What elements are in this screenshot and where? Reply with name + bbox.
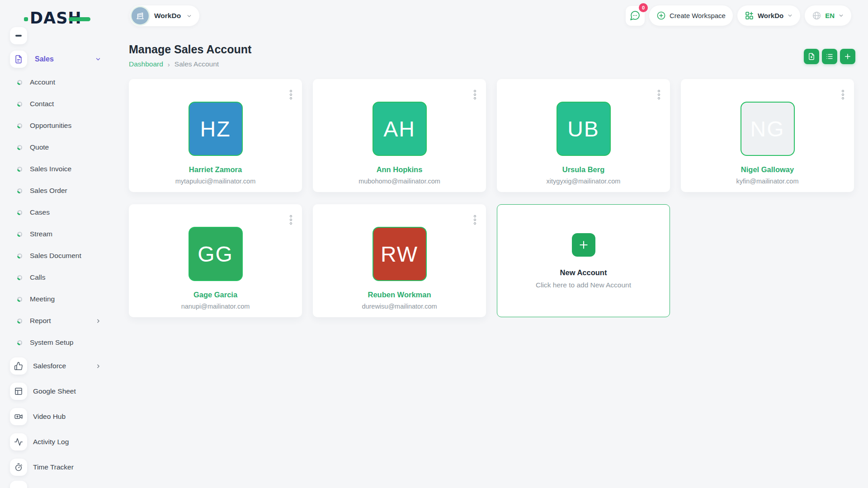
plus-icon xyxy=(844,52,852,61)
sidebar-item-activity-log[interactable]: Activity Log xyxy=(0,429,113,455)
sidebar-item-time-tracker[interactable]: Time Tracker xyxy=(0,455,113,480)
sidebar-item-salesforce[interactable]: Salesforce xyxy=(0,353,113,379)
sidebar-item-system-setup[interactable]: System Setup xyxy=(0,332,113,353)
kebab-dot-icon xyxy=(290,94,292,96)
sidebar-item-sales-invoice[interactable]: Sales Invoice xyxy=(0,158,113,180)
sidebar-item-sales-order[interactable]: Sales Order xyxy=(0,180,113,202)
bullet-icon xyxy=(17,102,22,107)
account-card-ursula-berg[interactable]: UB Ursula Berg xitygyxig@mailinator.com xyxy=(497,79,670,192)
export-accounts-button[interactable] xyxy=(804,49,819,64)
sidebar-item-report[interactable]: Report xyxy=(0,310,113,332)
bullet-icon xyxy=(17,232,22,237)
account-name-link[interactable]: Ann Hopkins xyxy=(377,165,423,174)
sidebar-item-sales[interactable]: Sales xyxy=(10,50,103,68)
stopwatch-icon xyxy=(14,463,23,472)
chevron-down-icon xyxy=(838,13,844,19)
kebab-dot-icon xyxy=(290,97,292,99)
account-card-nigel-galloway[interactable]: NG Nigel Galloway kyfin@mailinator.com xyxy=(681,79,854,192)
account-name-link[interactable]: Gage Garcia xyxy=(193,291,237,299)
module-icon-card xyxy=(10,433,27,450)
language-dropdown[interactable]: EN xyxy=(805,5,851,26)
sidebar-item-google-sheet[interactable]: Google Sheet xyxy=(0,379,113,404)
accounts-grid: HZ Harriet Zamora mytapuluci@mailinator.… xyxy=(129,79,854,317)
account-card-gage-garcia[interactable]: GG Gage Garcia nanupi@mailinator.com xyxy=(129,204,302,317)
sidebar-partial-item[interactable] xyxy=(10,481,27,488)
messages-button[interactable]: 0 xyxy=(626,6,645,26)
account-name-link[interactable]: Harriet Zamora xyxy=(189,165,242,174)
breadcrumb-dashboard-link[interactable]: Dashboard xyxy=(129,60,163,68)
chevron-down-icon xyxy=(95,56,101,62)
globe-icon xyxy=(812,11,821,20)
card-menu-button[interactable] xyxy=(840,88,846,101)
card-menu-button[interactable] xyxy=(288,213,294,226)
chevron-down-icon xyxy=(787,13,793,19)
app-switcher-label: WorkDo xyxy=(758,12,783,19)
bullet-icon xyxy=(17,319,22,324)
add-account-header-button[interactable] xyxy=(840,49,855,64)
language-code: EN xyxy=(825,12,835,19)
module-icon-card xyxy=(10,459,27,476)
plus-icon xyxy=(578,239,590,251)
logo-green-bar xyxy=(69,17,90,21)
card-menu-button[interactable] xyxy=(472,88,478,101)
create-workspace-button[interactable]: Create Workspace xyxy=(649,5,733,26)
sidebar-item-label: Stream xyxy=(30,230,52,238)
sidebar-item-label: Sales Invoice xyxy=(30,165,71,173)
card-menu-button[interactable] xyxy=(288,88,294,101)
sidebar-item-label: Contact xyxy=(30,100,54,108)
kebab-dot-icon xyxy=(658,90,660,92)
module-icon-card xyxy=(10,383,27,400)
account-email: mytapuluci@mailinator.com xyxy=(175,178,256,185)
list-view-button[interactable] xyxy=(822,49,837,64)
module-icon-card xyxy=(10,357,27,375)
new-account-card[interactable]: New Account Click here to add New Accoun… xyxy=(497,204,670,317)
bullet-icon xyxy=(17,123,22,128)
sales-submenu: Account Contact Opportunities Quote Sale… xyxy=(0,71,113,353)
bullet-icon xyxy=(17,297,22,302)
sidebar-item-quote[interactable]: Quote xyxy=(0,136,113,158)
account-card-ann-hopkins[interactable]: AH Ann Hopkins mubohomo@mailinator.com xyxy=(313,79,486,192)
bullet-icon xyxy=(17,340,22,345)
app-switcher-dropdown[interactable]: WorkDo xyxy=(737,5,800,26)
sidebar-item-meeting[interactable]: Meeting xyxy=(0,288,113,310)
workspace-selector[interactable]: WorkDo xyxy=(130,5,199,26)
sidebar-item-video-hub[interactable]: Video Hub xyxy=(0,404,113,429)
sidebar-item-label: Account xyxy=(30,78,55,86)
sidebar-item-label: Salesforce xyxy=(33,362,66,370)
sidebar-item-sales-document[interactable]: Sales Document xyxy=(0,245,113,267)
kebab-dot-icon xyxy=(474,97,476,99)
account-card-harriet-zamora[interactable]: HZ Harriet Zamora mytapuluci@mailinator.… xyxy=(129,79,302,192)
account-name-link[interactable]: Ursula Berg xyxy=(562,165,605,174)
card-menu-button[interactable] xyxy=(472,213,478,226)
sidebar-collapsed-item[interactable] xyxy=(10,27,27,44)
card-menu-button[interactable] xyxy=(656,88,662,101)
sidebar-item-opportunities[interactable]: Opportunities xyxy=(0,115,113,136)
file-export-icon xyxy=(807,52,816,61)
modules-menu: Salesforce Google Sheet xyxy=(0,353,113,480)
account-card-reuben-workman[interactable]: RW Reuben Workman durewisu@mailinator.co… xyxy=(313,204,486,317)
account-avatar: GG xyxy=(189,227,243,281)
account-email: mubohomo@mailinator.com xyxy=(359,178,440,185)
header-actions: 0 Create Workspace WorkDo xyxy=(626,5,851,26)
kebab-dot-icon xyxy=(290,90,292,92)
bullet-icon xyxy=(17,167,22,172)
page-actions xyxy=(804,49,855,64)
account-name-link[interactable]: Nigel Galloway xyxy=(741,165,794,174)
account-avatar: NG xyxy=(741,102,795,156)
sidebar-item-calls[interactable]: Calls xyxy=(0,267,113,288)
kebab-dot-icon xyxy=(474,94,476,96)
sidebar-item-label: Meeting xyxy=(30,295,55,303)
sidebar-item-stream[interactable]: Stream xyxy=(0,223,113,245)
sidebar-item-contact[interactable]: Contact xyxy=(0,93,113,115)
account-name-link[interactable]: Reuben Workman xyxy=(368,291,431,299)
module-icon-card xyxy=(10,408,27,425)
add-account-button[interactable] xyxy=(572,233,595,257)
sidebar-item-cases[interactable]: Cases xyxy=(0,202,113,223)
sidebar-item-account[interactable]: Account xyxy=(0,71,113,93)
thumbs-up-icon xyxy=(14,361,23,371)
kebab-dot-icon xyxy=(658,97,660,99)
sidebar-item-label: Cases xyxy=(30,208,50,216)
kebab-dot-icon xyxy=(842,97,844,99)
sidebar-item-label: Opportunities xyxy=(30,122,71,130)
bullet-icon xyxy=(17,145,22,150)
